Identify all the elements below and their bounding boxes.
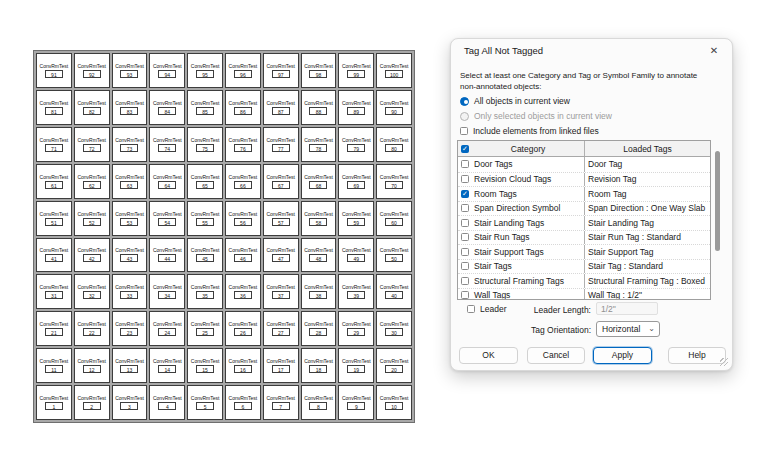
room-cell[interactable]: ConvRmTest21	[36, 311, 72, 346]
table-row[interactable]: Span Direction SymbolSpan Direction : On…	[458, 201, 710, 216]
room-cell[interactable]: ConvRmTest69	[338, 164, 374, 199]
room-cell[interactable]: ConvRmTest68	[301, 164, 337, 199]
room-cell[interactable]: ConvRmTest98	[301, 53, 337, 88]
room-cell[interactable]: ConvRmTest39	[338, 274, 374, 309]
room-cell[interactable]: ConvRmTest80	[376, 127, 412, 162]
room-cell[interactable]: ConvRmTest43	[112, 238, 148, 273]
room-cell[interactable]: ConvRmTest8	[301, 385, 337, 420]
room-cell[interactable]: ConvRmTest24	[149, 311, 185, 346]
room-cell[interactable]: ConvRmTest87	[263, 90, 299, 125]
room-cell[interactable]: ConvRmTest55	[187, 201, 223, 236]
room-cell[interactable]: ConvRmTest36	[225, 274, 261, 309]
row-checkbox[interactable]	[461, 291, 469, 299]
room-cell[interactable]: ConvRmTest46	[225, 238, 261, 273]
room-cell[interactable]: ConvRmTest28	[301, 311, 337, 346]
room-cell[interactable]: ConvRmTest42	[74, 238, 110, 273]
room-cell[interactable]: ConvRmTest78	[301, 127, 337, 162]
column-header-loaded-tags[interactable]: Loaded Tags	[584, 141, 710, 156]
room-cell[interactable]: ConvRmTest86	[225, 90, 261, 125]
room-cell[interactable]: ConvRmTest26	[225, 311, 261, 346]
room-cell[interactable]: ConvRmTest73	[112, 127, 148, 162]
table-row[interactable]: Stair Run TagsStair Run Tag : Standard	[458, 230, 710, 245]
room-cell[interactable]: ConvRmTest40	[376, 274, 412, 309]
table-row[interactable]: Stair TagsStair Tag : Standard	[458, 259, 710, 274]
table-row[interactable]: ✓Room TagsRoom Tag	[458, 186, 710, 201]
room-cell[interactable]: ConvRmTest16	[225, 348, 261, 383]
room-cell[interactable]: ConvRmTest81	[36, 90, 72, 125]
row-checkbox[interactable]	[461, 204, 469, 212]
room-cell[interactable]: ConvRmTest93	[112, 53, 148, 88]
checkbox-leader[interactable]: Leader	[467, 303, 506, 315]
cancel-button[interactable]: Cancel	[527, 347, 585, 364]
room-cell[interactable]: ConvRmTest27	[263, 311, 299, 346]
table-row[interactable]: Wall TagsWall Tag : 1/2"	[458, 288, 710, 301]
radio-selected-icon[interactable]	[460, 97, 469, 106]
radio-all-objects[interactable]: All objects in current view	[460, 95, 570, 107]
row-checkbox[interactable]	[461, 175, 469, 183]
table-scrollbar-thumb[interactable]	[715, 151, 720, 251]
room-cell[interactable]: ConvRmTest50	[376, 238, 412, 273]
row-checkbox[interactable]	[461, 233, 469, 241]
room-cell[interactable]: ConvRmTest79	[338, 127, 374, 162]
table-row[interactable]: Stair Landing TagsStair Landing Tag	[458, 215, 710, 230]
room-cell[interactable]: ConvRmTest11	[36, 348, 72, 383]
room-cell[interactable]: ConvRmTest60	[376, 201, 412, 236]
room-cell[interactable]: ConvRmTest30	[376, 311, 412, 346]
room-cell[interactable]: ConvRmTest62	[74, 164, 110, 199]
table-row[interactable]: Stair Support TagsStair Support Tag	[458, 244, 710, 259]
room-cell[interactable]: ConvRmTest15	[187, 348, 223, 383]
column-header-category[interactable]: Category	[472, 144, 584, 154]
room-cell[interactable]: ConvRmTest41	[36, 238, 72, 273]
room-cell[interactable]: ConvRmTest71	[36, 127, 72, 162]
room-cell[interactable]: ConvRmTest83	[112, 90, 148, 125]
room-cell[interactable]: ConvRmTest65	[187, 164, 223, 199]
room-cell[interactable]: ConvRmTest76	[225, 127, 261, 162]
room-cell[interactable]: ConvRmTest75	[187, 127, 223, 162]
room-cell[interactable]: ConvRmTest14	[149, 348, 185, 383]
room-cell[interactable]: ConvRmTest52	[74, 201, 110, 236]
room-cell[interactable]: ConvRmTest54	[149, 201, 185, 236]
room-cell[interactable]: ConvRmTest58	[301, 201, 337, 236]
room-cell[interactable]: ConvRmTest10	[376, 385, 412, 420]
table-row[interactable]: Structural Framing TagsStructural Framin…	[458, 273, 710, 288]
room-cell[interactable]: ConvRmTest64	[149, 164, 185, 199]
room-cell[interactable]: ConvRmTest29	[338, 311, 374, 346]
room-cell[interactable]: ConvRmTest32	[74, 274, 110, 309]
room-cell[interactable]: ConvRmTest4	[149, 385, 185, 420]
room-cell[interactable]: ConvRmTest91	[36, 53, 72, 88]
room-cell[interactable]: ConvRmTest97	[263, 53, 299, 88]
room-cell[interactable]: ConvRmTest74	[149, 127, 185, 162]
room-cell[interactable]: ConvRmTest84	[149, 90, 185, 125]
room-cell[interactable]: ConvRmTest61	[36, 164, 72, 199]
room-cell[interactable]: ConvRmTest22	[74, 311, 110, 346]
room-cell[interactable]: ConvRmTest96	[225, 53, 261, 88]
room-cell[interactable]: ConvRmTest38	[301, 274, 337, 309]
room-cell[interactable]: ConvRmTest34	[149, 274, 185, 309]
room-cell[interactable]: ConvRmTest3	[112, 385, 148, 420]
room-cell[interactable]: ConvRmTest77	[263, 127, 299, 162]
checkbox-icon[interactable]	[460, 127, 468, 135]
room-cell[interactable]: ConvRmTest37	[263, 274, 299, 309]
apply-button[interactable]: Apply	[593, 347, 652, 364]
row-checkbox[interactable]: ✓	[461, 190, 469, 198]
room-cell[interactable]: ConvRmTest5	[187, 385, 223, 420]
room-cell[interactable]: ConvRmTest57	[263, 201, 299, 236]
resize-grip[interactable]	[720, 358, 728, 366]
checkbox-include-linked[interactable]: Include elements from linked files	[460, 125, 599, 137]
help-button[interactable]: Help	[668, 347, 726, 364]
room-cell[interactable]: ConvRmTest88	[301, 90, 337, 125]
room-cell[interactable]: ConvRmTest100	[376, 53, 412, 88]
room-cell[interactable]: ConvRmTest13	[112, 348, 148, 383]
room-cell[interactable]: ConvRmTest67	[263, 164, 299, 199]
room-grid[interactable]: ConvRmTest91ConvRmTest92ConvRmTest93Conv…	[33, 50, 415, 423]
room-cell[interactable]: ConvRmTest1	[36, 385, 72, 420]
room-cell[interactable]: ConvRmTest85	[187, 90, 223, 125]
row-checkbox[interactable]	[461, 262, 469, 270]
room-cell[interactable]: ConvRmTest59	[338, 201, 374, 236]
close-icon[interactable]: ✕	[707, 44, 721, 58]
room-cell[interactable]: ConvRmTest25	[187, 311, 223, 346]
room-cell[interactable]: ConvRmTest31	[36, 274, 72, 309]
room-cell[interactable]: ConvRmTest9	[338, 385, 374, 420]
table-row[interactable]: Revision Cloud TagsRevision Tag	[458, 172, 710, 187]
room-cell[interactable]: ConvRmTest20	[376, 348, 412, 383]
